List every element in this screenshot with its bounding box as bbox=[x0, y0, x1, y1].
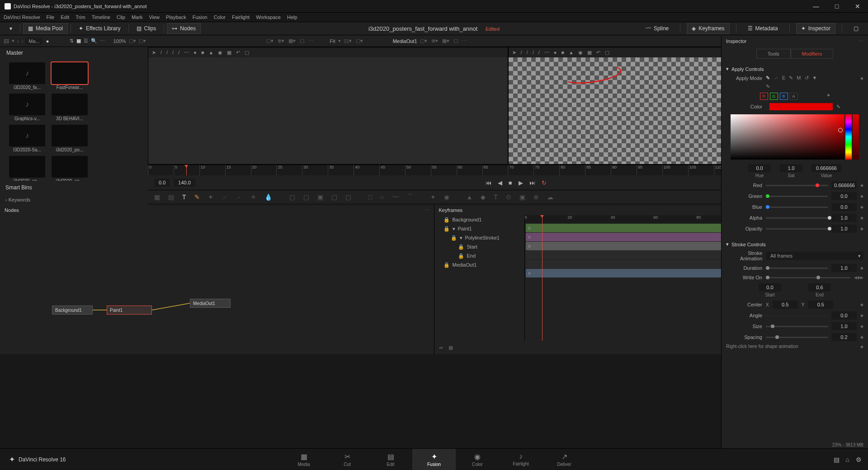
duration-slider[interactable] bbox=[766, 268, 828, 269]
grid-view-icon[interactable]: ▦ bbox=[76, 38, 81, 44]
kf-tree-polylinestroke1[interactable]: 🔒▾PolylineStroke1 bbox=[434, 233, 524, 242]
page-tab-fusion[interactable]: ✦Fusion bbox=[412, 449, 456, 470]
tab-close-icon[interactable]: ● bbox=[46, 38, 49, 44]
arrow-icon[interactable]: ➤ bbox=[152, 50, 156, 56]
value-input[interactable]: 0.666666 bbox=[811, 164, 841, 172]
thumbnail-item[interactable]: i3d2020_en... bbox=[52, 156, 88, 181]
center-y-input[interactable]: 0.5 bbox=[808, 301, 833, 309]
loop-button[interactable]: ↻ bbox=[542, 179, 547, 186]
search-icon[interactable]: 🔍 bbox=[91, 38, 97, 44]
menu-fusion[interactable]: Fusion bbox=[193, 14, 208, 20]
chevron-down-icon[interactable]: ▾ bbox=[12, 38, 14, 44]
alpha-bar[interactable] bbox=[853, 114, 859, 160]
thumbnail-item[interactable]: i3d2020_en... bbox=[9, 156, 45, 181]
menu-help[interactable]: Help bbox=[287, 14, 297, 20]
eyedropper-icon[interactable]: ✎ bbox=[836, 104, 840, 110]
kf-tree-paint1[interactable]: 🔒▾Paint1 bbox=[434, 224, 524, 233]
sat-input[interactable]: 1.0 bbox=[780, 164, 802, 172]
menu-playback[interactable]: Playback bbox=[166, 14, 186, 20]
page-tab-cut[interactable]: ✂Cut bbox=[326, 449, 369, 470]
tools-tab[interactable]: Tools bbox=[756, 49, 791, 59]
range-end[interactable]: 140.0 bbox=[174, 179, 195, 187]
thumbnail-item[interactable]: ♪i3D2020_fa... bbox=[9, 62, 45, 90]
tool-icon[interactable]: ▦ bbox=[154, 193, 160, 201]
menu-davinci-resolve[interactable]: DaVinci Resolve bbox=[4, 14, 40, 20]
layout-icon[interactable]: ▯▯ bbox=[4, 38, 9, 44]
bin-tab[interactable]: Ma... bbox=[26, 38, 42, 45]
text3d-icon[interactable]: T bbox=[494, 193, 498, 201]
more-icon[interactable]: ⋯ bbox=[100, 38, 105, 44]
keyframe-diamond-icon[interactable]: ◆ bbox=[827, 93, 830, 100]
spacing-slider[interactable] bbox=[766, 337, 828, 338]
playhead[interactable] bbox=[186, 165, 187, 175]
fit-dropdown[interactable]: Fit bbox=[330, 38, 335, 44]
menu-clip[interactable]: Clip bbox=[117, 14, 125, 20]
master-bin[interactable]: Master bbox=[0, 47, 148, 59]
project-settings-icon[interactable]: ▤ bbox=[834, 456, 840, 463]
stroke-controls-header[interactable]: ▾ Stroke Controls bbox=[726, 240, 863, 249]
last-frame-button[interactable]: ⏭ bbox=[529, 179, 535, 186]
hue-input[interactable]: 0.0 bbox=[748, 164, 771, 172]
green-slider[interactable] bbox=[766, 196, 828, 197]
apply-mode-icon[interactable]: E bbox=[782, 75, 785, 81]
kf-playhead[interactable] bbox=[542, 215, 542, 341]
media-pool-button[interactable]: ▦ Media Pool bbox=[23, 23, 68, 34]
inspector-button[interactable]: ✦ Inspector bbox=[796, 23, 835, 34]
nodes-menu-icon[interactable]: ⋯ bbox=[425, 207, 429, 213]
blue-input[interactable]: 0.0 bbox=[831, 203, 857, 211]
thumbnail-item[interactable]: i3d2020_po... bbox=[52, 125, 88, 152]
maximize-button[interactable]: □ bbox=[826, 0, 847, 13]
thumbnail-item[interactable]: FastForwar... bbox=[52, 62, 88, 90]
kf-tool-icon[interactable]: ⇔ bbox=[439, 345, 443, 351]
opacity-input[interactable]: 1.0 bbox=[831, 225, 857, 233]
effects-library-button[interactable]: ✦ Effects Library bbox=[74, 23, 125, 34]
apply-mode-icon[interactable]: ⟋ bbox=[774, 75, 778, 81]
minimize-button[interactable]: — bbox=[806, 0, 826, 13]
sort-icon[interactable]: ⇅ bbox=[70, 38, 74, 44]
range-start[interactable]: 0.0 bbox=[154, 179, 170, 187]
thumbnail-item[interactable]: 3D BEHAVI... bbox=[52, 94, 88, 121]
menu-fairlight[interactable]: Fairlight bbox=[232, 14, 250, 20]
node-graph[interactable]: Background1Paint1MediaOut1 bbox=[0, 215, 434, 354]
node-background1[interactable]: Background1 bbox=[52, 306, 93, 315]
dropdown-icon[interactable]: ▾ bbox=[5, 23, 17, 34]
brush-icon[interactable]: / bbox=[160, 50, 162, 55]
red-slider[interactable] bbox=[766, 185, 828, 186]
metadata-button[interactable]: ☰ Metadata bbox=[743, 23, 783, 34]
channel-b-chip[interactable]: B bbox=[780, 93, 788, 100]
play-button[interactable]: ▶ bbox=[519, 179, 523, 186]
apply-controls-header[interactable]: ▾ Apply Controls bbox=[726, 64, 863, 74]
arrow-icon[interactable]: ➤ bbox=[512, 50, 516, 56]
nodes-button[interactable]: ⊶ Nodes bbox=[167, 23, 201, 34]
alpha-input[interactable]: 1.0 bbox=[831, 214, 857, 222]
inspector-menu-icon[interactable]: ⋯ bbox=[859, 38, 863, 44]
channel-a-chip[interactable]: A bbox=[790, 93, 798, 100]
apply-mode-icon[interactable]: ↺ bbox=[805, 75, 809, 81]
fwd-icon[interactable]: › bbox=[22, 38, 24, 44]
blue-slider[interactable] bbox=[766, 207, 828, 208]
left-viewer-canvas[interactable] bbox=[148, 57, 508, 164]
menu-mark[interactable]: Mark bbox=[132, 14, 142, 20]
stop-button[interactable]: ■ bbox=[509, 179, 512, 186]
spline-button[interactable]: 〰 Spline bbox=[641, 23, 674, 34]
thumbnail-item[interactable]: ♪Graphics-v... bbox=[9, 94, 45, 121]
first-frame-button[interactable]: ⏮ bbox=[486, 179, 491, 186]
red-input[interactable]: 0.666666 bbox=[831, 181, 857, 189]
home-icon[interactable]: ⌂ bbox=[846, 456, 849, 463]
menu-workspace[interactable]: Workspace bbox=[256, 14, 281, 20]
prev-frame-button[interactable]: ◀ bbox=[498, 179, 502, 186]
tool-icon[interactable]: ☀ bbox=[250, 193, 256, 201]
tool-icon[interactable]: ▤ bbox=[168, 193, 174, 201]
page-tab-deliver[interactable]: ↗Deliver bbox=[542, 449, 586, 470]
extra-icon[interactable]: ▢ bbox=[849, 23, 863, 34]
green-input[interactable]: 0.0 bbox=[831, 192, 857, 200]
viewer1-opts[interactable]: ▢▾ ⊕▾ ▦▾ ▢ ⋯ bbox=[266, 38, 314, 44]
eyedropper-icon[interactable]: ✎ bbox=[766, 84, 770, 89]
angle-wheel[interactable] bbox=[766, 315, 828, 316]
list-view-icon[interactable]: ☰ bbox=[84, 38, 88, 44]
zoom-label[interactable]: 100% bbox=[113, 38, 126, 44]
color-swatch[interactable] bbox=[769, 103, 833, 110]
close-button[interactable]: ✕ bbox=[847, 0, 868, 13]
hue-bar[interactable] bbox=[845, 114, 852, 160]
menu-file[interactable]: File bbox=[47, 14, 55, 20]
